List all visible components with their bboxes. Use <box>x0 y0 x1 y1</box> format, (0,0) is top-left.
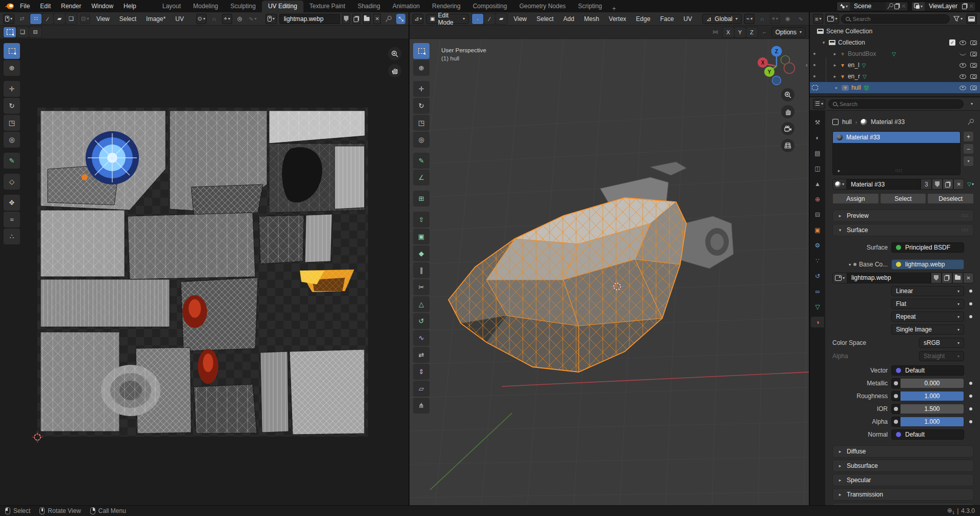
tab-material[interactable]: ◑ <box>811 317 824 327</box>
camera-visibility-icon[interactable] <box>970 74 977 79</box>
outliner-row-collection[interactable]: ▾ Collection ✓ <box>810 37 980 48</box>
material-link-icon[interactable]: ▽▾ <box>967 181 974 187</box>
editor-type-properties-icon[interactable]: ☰▾ <box>813 99 825 109</box>
tab-collection[interactable]: ⊟ <box>811 209 824 220</box>
snap-target-icon[interactable]: ⌁▾ <box>744 14 754 24</box>
panel-specular[interactable]: ▸Specular <box>832 474 974 486</box>
options-dropdown[interactable]: Options▾ <box>771 27 806 37</box>
uv-image-new-icon[interactable] <box>353 14 360 24</box>
tab-uv-editing[interactable]: UV Editing <box>262 1 303 12</box>
menu-help[interactable]: Help <box>119 2 141 11</box>
new-collection-icon[interactable] <box>966 14 977 24</box>
normal-field[interactable]: Default <box>891 429 964 440</box>
uv-tool-scale-icon[interactable]: ◳ <box>4 115 20 131</box>
image-name-field[interactable]: lightmap.webp <box>847 273 931 283</box>
snap-with-icon[interactable]: ⌖▾ <box>770 14 780 24</box>
tab-scripting[interactable]: Scripting <box>572 1 608 12</box>
expand-icon[interactable]: ▸ <box>832 74 838 79</box>
v3d-menu-add[interactable]: Add <box>560 14 578 24</box>
tool-knife-icon[interactable]: ✂ <box>413 279 430 295</box>
pin-icon[interactable] <box>887 3 893 9</box>
tab-modeling[interactable]: Modeling <box>187 1 224 12</box>
tool-scale-icon[interactable]: ◳ <box>413 115 430 131</box>
base-color-label[interactable]: ▾Base Co... <box>832 261 888 268</box>
uv-tool-relax-icon[interactable]: ≈ <box>4 212 20 228</box>
v3d-canvas[interactable]: User Perspective (1) hull ⊕ ✛ ↻ ◳ ◎ ✎ ∠ … <box>410 39 809 505</box>
tab-geometry-nodes[interactable]: Geometry Nodes <box>513 1 572 12</box>
fake-user-shield-icon[interactable] <box>932 179 943 190</box>
menu-edit[interactable]: Edit <box>35 2 55 11</box>
alpha-slider[interactable]: 1.000 <box>891 417 964 427</box>
new-scene-icon[interactable] <box>894 4 899 9</box>
animate-dot[interactable] <box>969 382 972 385</box>
eye-closed-icon[interactable] <box>959 52 966 55</box>
expand-icon[interactable]: ▸ <box>832 51 838 56</box>
browse-material-icon[interactable]: ▾ <box>832 179 847 190</box>
camera-visibility-icon[interactable] <box>970 86 977 90</box>
v3d-menu-vertex[interactable]: Vertex <box>605 14 630 24</box>
tool-poly-build-icon[interactable]: △ <box>413 296 430 312</box>
roughness-slider[interactable]: 1.000 <box>891 391 964 401</box>
uv-menu-select[interactable]: Select <box>116 14 140 24</box>
material-slot-active[interactable]: Material #33 <box>833 132 960 143</box>
properties-search-input[interactable] <box>840 101 959 107</box>
menu-file[interactable]: File <box>15 2 34 11</box>
source-dropdown[interactable]: Single Image▾ <box>891 324 964 335</box>
material-users-count[interactable]: 3 <box>921 179 932 190</box>
transform-orientation-selector[interactable]: ⊿Global▾ <box>702 14 742 24</box>
panel-preview[interactable]: ▸Preview∷∷ <box>832 210 974 222</box>
image-unlink-icon[interactable]: ✕ <box>963 273 974 283</box>
uv-pan-hand-icon[interactable] <box>388 64 401 77</box>
tool-cursor-icon[interactable]: ⊕ <box>413 60 430 76</box>
outliner-row-boundbox[interactable]: ▸ ▼ BoundBox ▽ <box>810 48 980 59</box>
select-mode-vertex-icon[interactable]: ∙ <box>472 14 483 24</box>
uv-image-lightmap[interactable] <box>37 108 368 437</box>
collection-checkbox[interactable]: ✓ <box>949 39 955 46</box>
outliner-search[interactable] <box>841 14 950 24</box>
tool-add-cube-icon[interactable]: ⊞ <box>413 191 430 207</box>
tool-inset-faces-icon[interactable]: ▣ <box>413 229 430 244</box>
image-fake-user-icon[interactable] <box>931 273 942 283</box>
tab-layout[interactable]: Layout <box>156 1 187 12</box>
v3d-zoom-icon[interactable] <box>781 88 794 101</box>
outliner-row-scene-collection[interactable]: Scene Collection <box>810 26 980 37</box>
uv-sticky-mode-icon[interactable]: ⊡▾ <box>80 14 90 24</box>
uv-sync-selection-icon[interactable]: ⇄ <box>17 14 27 24</box>
tool-spin-icon[interactable]: ↺ <box>413 313 430 329</box>
mirror-z-button[interactable]: Z <box>746 27 758 37</box>
tab-object[interactable]: ▣ <box>811 224 824 235</box>
uv-image-browse-icon[interactable]: ▾ <box>266 14 277 24</box>
animate-dot[interactable] <box>969 395 972 398</box>
viewlayer-name[interactable]: ViewLayer <box>925 2 962 11</box>
snap-corner-icon[interactable]: ⌐ <box>760 27 770 37</box>
tab-modifiers[interactable]: ⚙ <box>811 240 824 251</box>
v3d-menu-select[interactable]: Select <box>533 14 557 24</box>
metallic-slider[interactable]: 0.000 <box>891 378 964 388</box>
add-slot-button[interactable]: + <box>963 131 974 142</box>
tool-extrude-icon[interactable]: ⇧ <box>413 212 430 228</box>
unlink-scene-icon[interactable]: ✕ <box>901 3 906 10</box>
tab-view-layer[interactable]: ◫ <box>811 163 824 174</box>
extension-dropdown[interactable]: Repeat▾ <box>891 312 964 322</box>
expand-icon[interactable]: ▸ <box>832 63 838 68</box>
v3d-menu-face[interactable]: Face <box>657 14 678 24</box>
tab-particles[interactable]: ∵ <box>811 255 824 266</box>
uv-tool-rotate-icon[interactable]: ↻ <box>4 98 20 114</box>
v3d-pan-hand-icon[interactable] <box>781 105 794 118</box>
menu-window[interactable]: Window <box>87 2 118 11</box>
browse-image-icon[interactable]: ▾ <box>832 273 847 283</box>
tool-smooth-icon[interactable]: ∿ <box>413 330 430 346</box>
pin-id-icon[interactable] <box>968 119 974 125</box>
v3d-scene[interactable] <box>410 39 809 505</box>
tool-edge-slide-icon[interactable]: ⇄ <box>413 347 430 363</box>
mirror-icon[interactable]: ⋈ <box>710 27 721 37</box>
uv-select-edge-icon[interactable]: ∕ <box>42 14 53 24</box>
viewlayer-browse-icon[interactable]: ▾ <box>912 2 925 11</box>
uv-snap-target-icon[interactable]: ⌖▾ <box>222 14 232 24</box>
v3d-menu-view[interactable]: View <box>510 14 530 24</box>
animate-dot[interactable] <box>969 407 972 410</box>
unlink-material-icon[interactable]: ✕ <box>953 179 964 190</box>
ior-slider[interactable]: 1.500 <box>891 404 964 414</box>
uv-zoom-icon[interactable] <box>388 47 401 60</box>
uv-image-open-icon[interactable] <box>363 14 371 24</box>
